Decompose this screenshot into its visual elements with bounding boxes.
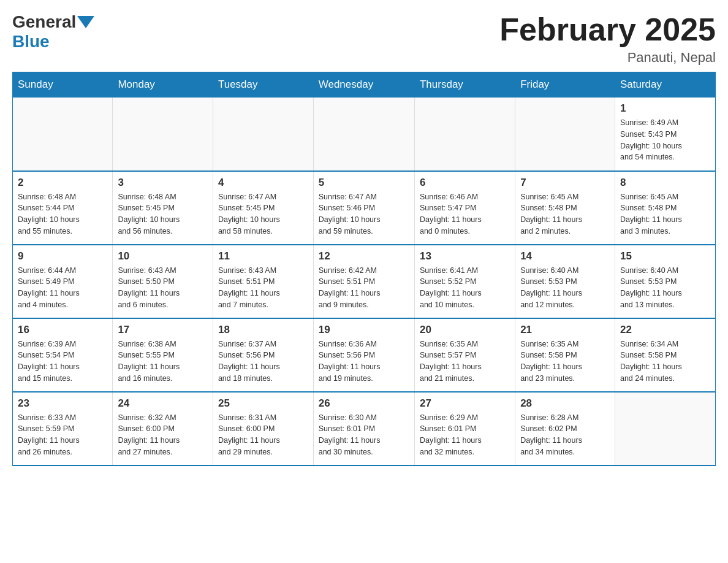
calendar-cell <box>13 98 113 171</box>
day-number: 27 <box>420 397 510 410</box>
day-number: 19 <box>319 324 409 336</box>
calendar-cell: 6Sunrise: 6:46 AM Sunset: 5:47 PM Daylig… <box>414 171 515 245</box>
title-area: February 2025 Panauti, Nepal <box>499 12 716 66</box>
calendar-cell: 8Sunrise: 6:45 AM Sunset: 5:48 PM Daylig… <box>615 171 715 245</box>
day-number: 17 <box>118 324 208 336</box>
day-number: 25 <box>218 397 308 410</box>
calendar-cell: 26Sunrise: 6:30 AM Sunset: 6:01 PM Dayli… <box>313 392 414 465</box>
day-number: 12 <box>319 250 409 262</box>
day-number: 7 <box>520 177 610 189</box>
day-number: 22 <box>620 324 710 336</box>
calendar-cell: 3Sunrise: 6:48 AM Sunset: 5:45 PM Daylig… <box>113 171 213 245</box>
calendar-week-row: 2Sunrise: 6:48 AM Sunset: 5:44 PM Daylig… <box>13 171 716 245</box>
day-number: 15 <box>620 250 710 262</box>
calendar-cell: 15Sunrise: 6:40 AM Sunset: 5:53 PM Dayli… <box>615 245 715 318</box>
calendar-cell <box>113 98 213 171</box>
day-number: 10 <box>118 250 208 262</box>
calendar-cell: 1Sunrise: 6:49 AM Sunset: 5:43 PM Daylig… <box>615 98 715 171</box>
day-number: 26 <box>319 397 409 410</box>
day-number: 1 <box>620 102 710 115</box>
day-number: 5 <box>319 177 409 189</box>
day-number: 8 <box>620 177 710 189</box>
day-info: Sunrise: 6:35 AM Sunset: 5:57 PM Dayligh… <box>420 339 510 385</box>
weekday-header-tuesday: Tuesday <box>213 72 313 98</box>
location-label: Panauti, Nepal <box>499 50 716 66</box>
day-info: Sunrise: 6:36 AM Sunset: 5:56 PM Dayligh… <box>319 339 409 385</box>
day-info: Sunrise: 6:47 AM Sunset: 5:46 PM Dayligh… <box>319 191 409 237</box>
calendar-cell <box>313 98 414 171</box>
calendar-week-row: 23Sunrise: 6:33 AM Sunset: 5:59 PM Dayli… <box>13 392 716 465</box>
day-number: 13 <box>420 250 510 262</box>
calendar-cell: 27Sunrise: 6:29 AM Sunset: 6:01 PM Dayli… <box>414 392 515 465</box>
calendar-cell: 11Sunrise: 6:43 AM Sunset: 5:51 PM Dayli… <box>213 245 313 318</box>
calendar-cell: 10Sunrise: 6:43 AM Sunset: 5:50 PM Dayli… <box>113 245 213 318</box>
calendar-table: SundayMondayTuesdayWednesdayThursdayFrid… <box>12 72 716 466</box>
weekday-header-sunday: Sunday <box>13 72 113 98</box>
calendar-cell <box>615 392 715 465</box>
calendar-cell <box>414 98 515 171</box>
logo: General Blue <box>12 12 96 52</box>
calendar-cell: 12Sunrise: 6:42 AM Sunset: 5:51 PM Dayli… <box>313 245 414 318</box>
day-info: Sunrise: 6:45 AM Sunset: 5:48 PM Dayligh… <box>620 191 710 237</box>
day-number: 16 <box>18 324 107 336</box>
day-number: 3 <box>118 177 208 189</box>
weekday-header-monday: Monday <box>113 72 213 98</box>
calendar-cell <box>213 98 313 171</box>
day-info: Sunrise: 6:48 AM Sunset: 5:45 PM Dayligh… <box>118 191 208 237</box>
day-number: 23 <box>18 397 107 410</box>
day-number: 6 <box>420 177 510 189</box>
calendar-cell: 2Sunrise: 6:48 AM Sunset: 5:44 PM Daylig… <box>13 171 113 245</box>
day-number: 11 <box>218 250 308 262</box>
calendar-cell: 25Sunrise: 6:31 AM Sunset: 6:00 PM Dayli… <box>213 392 313 465</box>
calendar-cell: 7Sunrise: 6:45 AM Sunset: 5:48 PM Daylig… <box>515 171 615 245</box>
calendar-cell: 21Sunrise: 6:35 AM Sunset: 5:58 PM Dayli… <box>515 318 615 392</box>
calendar-cell: 23Sunrise: 6:33 AM Sunset: 5:59 PM Dayli… <box>13 392 113 465</box>
calendar-cell: 20Sunrise: 6:35 AM Sunset: 5:57 PM Dayli… <box>414 318 515 392</box>
day-info: Sunrise: 6:44 AM Sunset: 5:49 PM Dayligh… <box>18 265 107 311</box>
day-number: 18 <box>218 324 308 336</box>
day-info: Sunrise: 6:31 AM Sunset: 6:00 PM Dayligh… <box>218 412 308 458</box>
day-info: Sunrise: 6:49 AM Sunset: 5:43 PM Dayligh… <box>620 117 710 163</box>
calendar-cell: 17Sunrise: 6:38 AM Sunset: 5:55 PM Dayli… <box>113 318 213 392</box>
weekday-header-row: SundayMondayTuesdayWednesdayThursdayFrid… <box>13 72 716 98</box>
calendar-cell: 5Sunrise: 6:47 AM Sunset: 5:46 PM Daylig… <box>313 171 414 245</box>
logo-general-text: General <box>12 12 76 32</box>
calendar-week-row: 1Sunrise: 6:49 AM Sunset: 5:43 PM Daylig… <box>13 98 716 171</box>
weekday-header-saturday: Saturday <box>615 72 715 98</box>
day-info: Sunrise: 6:40 AM Sunset: 5:53 PM Dayligh… <box>620 265 710 311</box>
calendar-cell: 18Sunrise: 6:37 AM Sunset: 5:56 PM Dayli… <box>213 318 313 392</box>
day-info: Sunrise: 6:39 AM Sunset: 5:54 PM Dayligh… <box>18 339 107 385</box>
calendar-cell: 14Sunrise: 6:40 AM Sunset: 5:53 PM Dayli… <box>515 245 615 318</box>
day-number: 14 <box>520 250 610 262</box>
calendar-cell: 22Sunrise: 6:34 AM Sunset: 5:58 PM Dayli… <box>615 318 715 392</box>
day-number: 2 <box>18 177 107 189</box>
weekday-header-wednesday: Wednesday <box>313 72 414 98</box>
calendar-cell: 24Sunrise: 6:32 AM Sunset: 6:00 PM Dayli… <box>113 392 213 465</box>
calendar-cell: 9Sunrise: 6:44 AM Sunset: 5:49 PM Daylig… <box>13 245 113 318</box>
calendar-cell: 19Sunrise: 6:36 AM Sunset: 5:56 PM Dayli… <box>313 318 414 392</box>
day-info: Sunrise: 6:34 AM Sunset: 5:58 PM Dayligh… <box>620 339 710 385</box>
calendar-cell: 28Sunrise: 6:28 AM Sunset: 6:02 PM Dayli… <box>515 392 615 465</box>
calendar-cell: 13Sunrise: 6:41 AM Sunset: 5:52 PM Dayli… <box>414 245 515 318</box>
day-number: 20 <box>420 324 510 336</box>
weekday-header-thursday: Thursday <box>414 72 515 98</box>
calendar-cell: 16Sunrise: 6:39 AM Sunset: 5:54 PM Dayli… <box>13 318 113 392</box>
day-number: 28 <box>520 397 610 410</box>
day-number: 24 <box>118 397 208 410</box>
calendar-cell <box>515 98 615 171</box>
day-info: Sunrise: 6:46 AM Sunset: 5:47 PM Dayligh… <box>420 191 510 237</box>
day-info: Sunrise: 6:32 AM Sunset: 6:00 PM Dayligh… <box>118 412 208 458</box>
day-info: Sunrise: 6:48 AM Sunset: 5:44 PM Dayligh… <box>18 191 107 237</box>
weekday-header-friday: Friday <box>515 72 615 98</box>
day-info: Sunrise: 6:38 AM Sunset: 5:55 PM Dayligh… <box>118 339 208 385</box>
day-info: Sunrise: 6:43 AM Sunset: 5:51 PM Dayligh… <box>218 265 308 311</box>
month-title: February 2025 <box>499 12 716 47</box>
day-info: Sunrise: 6:33 AM Sunset: 5:59 PM Dayligh… <box>18 412 107 458</box>
day-number: 21 <box>520 324 610 336</box>
day-info: Sunrise: 6:35 AM Sunset: 5:58 PM Dayligh… <box>520 339 610 385</box>
day-info: Sunrise: 6:42 AM Sunset: 5:51 PM Dayligh… <box>319 265 409 311</box>
day-number: 9 <box>18 250 107 262</box>
day-info: Sunrise: 6:41 AM Sunset: 5:52 PM Dayligh… <box>420 265 510 311</box>
day-info: Sunrise: 6:37 AM Sunset: 5:56 PM Dayligh… <box>218 339 308 385</box>
day-number: 4 <box>218 177 308 189</box>
